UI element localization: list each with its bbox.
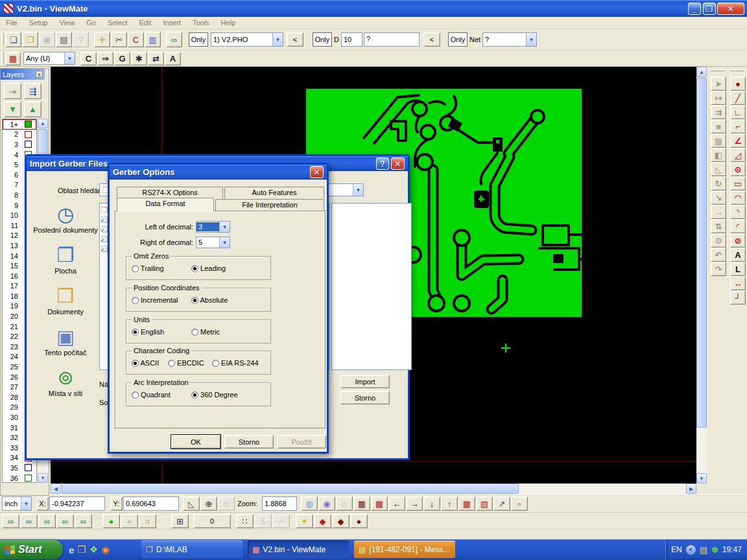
menu-item[interactable]: Go — [80, 17, 102, 29]
view-lines-icon[interactable]: ∞ — [20, 514, 38, 528]
tab-rs274x-options[interactable]: RS274-X Options — [117, 187, 223, 198]
hscroll-thumb[interactable] — [62, 484, 519, 494]
rotate-icon[interactable]: ↻ — [711, 176, 726, 191]
move-layer-down-icon[interactable]: ▼ — [4, 101, 21, 117]
folder-quicklaunch-icon[interactable]: ❒ — [77, 544, 86, 555]
panel-grip[interactable] — [730, 69, 744, 71]
taskbar-task-message[interactable]: ▤ [191-482-091] - Mess... — [354, 541, 455, 558]
zoom-tool-icon[interactable]: ◎ — [301, 496, 318, 511]
layer-row[interactable]: 36 — [3, 473, 36, 483]
menu-item[interactable]: Setup — [23, 17, 54, 29]
metric-radio[interactable] — [191, 329, 198, 336]
maximize-button[interactable]: ❐ — [703, 3, 716, 15]
chevron-down-icon[interactable]: ▼ — [21, 497, 31, 510]
chevron-down-icon[interactable]: ▼ — [219, 237, 230, 248]
draw-triangle-icon[interactable]: ◿ — [730, 148, 746, 162]
layer-color-swatch[interactable] — [25, 464, 32, 471]
360-degree-radio[interactable] — [191, 391, 198, 399]
origin-crosshair-icon[interactable]: ⊕ — [200, 496, 217, 511]
colors-palette-icon[interactable]: ▥ — [145, 32, 161, 47]
grid-view-icon[interactable]: ▦ — [371, 496, 388, 511]
pan-left-icon[interactable]: ← — [388, 496, 405, 511]
view-shapes-icon[interactable]: ∞ — [38, 514, 56, 528]
place-desktop[interactable]: ❐ Plocha — [33, 245, 98, 275]
minimize-button[interactable]: _ — [688, 3, 701, 15]
import-button[interactable]: Import — [340, 375, 390, 388]
label-tool-icon[interactable]: L — [730, 262, 746, 276]
layer-color-swatch[interactable] — [25, 121, 32, 128]
measure-diagonal-icon[interactable]: ↗ — [493, 496, 510, 511]
cancel-button[interactable]: Storno — [224, 435, 274, 449]
taskbar-task-mlab[interactable]: ❒ D:\MLAB — [141, 541, 243, 558]
mirror-icon[interactable]: ◧ — [711, 148, 726, 162]
zoom-grid-icon[interactable]: ◉ — [318, 496, 335, 511]
filled-square-icon[interactable]: ■ — [711, 119, 726, 134]
view-film-icon[interactable]: ∞ — [166, 32, 182, 47]
canvas-hscrollbar[interactable]: ◀ ▶ — [51, 484, 696, 494]
right-of-decimal-combo[interactable]: 5 ▼ — [196, 237, 230, 248]
eia-rs244-radio[interactable] — [212, 360, 219, 367]
trailing-radio[interactable] — [132, 265, 139, 272]
tray-notes-icon[interactable]: ▤ — [700, 545, 707, 555]
scroll-right-icon[interactable]: ▶ — [686, 484, 696, 494]
incremental-radio[interactable] — [132, 297, 139, 304]
place-my-computer[interactable]: ▣ Tento počítač — [33, 327, 98, 356]
open-file-icon[interactable]: ❒ — [22, 32, 38, 47]
firefox-quicklaunch-icon[interactable]: ◉ — [101, 544, 110, 555]
view-dcodes-icon[interactable]: ∞ — [2, 514, 19, 528]
scale-icon[interactable]: ↘ — [711, 191, 726, 205]
title-bar[interactable]: V2.bin - ViewMate _ ❐ ✕ — [0, 0, 747, 17]
draw-arc2-icon[interactable]: ◜ — [730, 219, 746, 233]
layer-row[interactable]: 1+ — [3, 119, 36, 130]
tab-data-format[interactable]: Data Format — [117, 198, 214, 211]
scroll-left-icon[interactable]: ◀ — [51, 484, 61, 494]
pan-down-icon[interactable]: ↓ — [423, 496, 440, 511]
absolute-radio[interactable] — [191, 297, 198, 304]
dot-grid-icon[interactable]: ∷ — [236, 514, 254, 528]
select-grid-icon[interactable]: ▦ — [5, 52, 21, 65]
redo-icon[interactable]: ↷ — [711, 262, 726, 276]
draw-slash-icon[interactable]: ⊘ — [730, 233, 746, 248]
chevron-down-icon[interactable]: ▼ — [219, 222, 230, 232]
flash-tool-icon[interactable]: ✱ — [131, 52, 147, 65]
draw-circle-icon[interactable]: ⊙ — [730, 162, 746, 176]
english-radio[interactable] — [132, 329, 139, 336]
chevron-down-icon[interactable]: ▼ — [64, 52, 75, 64]
close-button[interactable]: ✕ — [717, 3, 744, 15]
start-button[interactable]: Start — [0, 540, 63, 559]
zoom-value-field[interactable]: 1.8868 — [262, 496, 297, 511]
menu-item[interactable]: Edit — [133, 17, 157, 29]
y-coordinate-field[interactable]: 0.690643 — [123, 496, 179, 511]
board-view-icon[interactable]: ▦ — [353, 496, 370, 511]
view-points-icon[interactable]: ∞ — [56, 514, 74, 528]
draw-arc-icon[interactable]: ◠ — [730, 191, 746, 205]
unit-combo[interactable]: inch▼ — [2, 496, 32, 511]
layer-color-swatch[interactable] — [25, 474, 32, 482]
menu-item[interactable]: Tools — [187, 17, 215, 29]
pan-right-icon[interactable]: → — [406, 496, 423, 511]
dcode-c-icon[interactable]: C — [128, 32, 144, 47]
text-tool-icon[interactable]: A — [730, 248, 746, 262]
spiral-origin-icon[interactable]: ⊛ — [218, 496, 235, 511]
clock[interactable]: 19:47 — [722, 545, 742, 554]
aperture-filter-combo[interactable]: Any (U)▼ — [23, 52, 75, 65]
only-dcode-button[interactable]: Only — [313, 32, 332, 47]
zoom-window-icon[interactable]: ◌ — [336, 496, 353, 511]
goto-arrow-tool-icon[interactable]: ⇒ — [97, 52, 113, 65]
chevron-down-icon[interactable]: ▼ — [526, 33, 536, 46]
layer-row[interactable]: 35 — [3, 463, 36, 473]
only-net-button[interactable]: Only — [448, 32, 468, 47]
text-a-tool-icon[interactable]: A — [165, 52, 181, 65]
pattern-square-icon[interactable]: ▩ — [711, 134, 726, 148]
draw-corner-icon[interactable]: ∟ — [730, 105, 746, 119]
save-file-icon[interactable]: ▣ — [39, 32, 55, 47]
layer-color-swatch[interactable] — [25, 141, 32, 148]
layer-scroll-thumb[interactable] — [38, 129, 48, 156]
toolbar-grip-2[interactable] — [1, 52, 4, 65]
snap-to-icon[interactable]: ↦ — [711, 91, 726, 105]
draw-bracket-icon[interactable]: ⌐ — [730, 119, 746, 134]
tab-file-interpretation[interactable]: File Interpretation — [215, 199, 324, 211]
tab-auto-features[interactable]: Auto Features — [224, 187, 324, 198]
net-combo[interactable]: ?▼ — [482, 32, 537, 47]
scroll-down-icon[interactable]: ▼ — [696, 473, 707, 484]
